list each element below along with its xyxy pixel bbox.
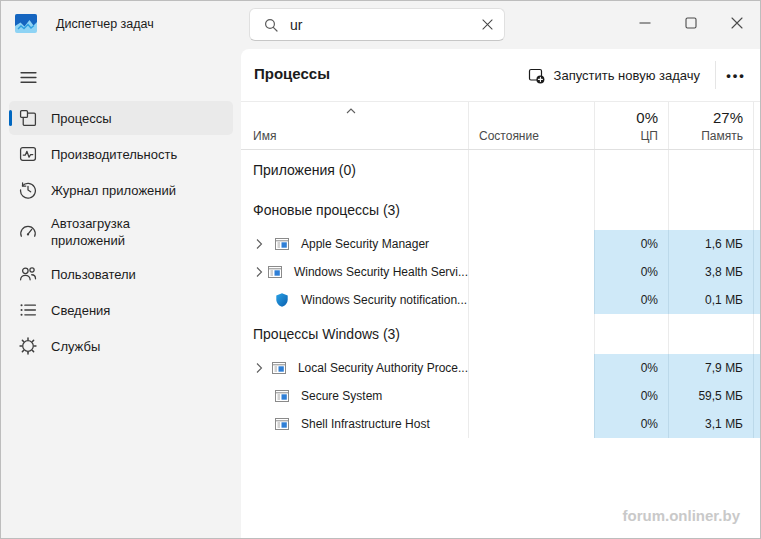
table-row[interactable]: Apple Security Manager0%1,6 МБ [241, 230, 760, 258]
cell-mem [668, 190, 753, 230]
status-cell [468, 354, 594, 382]
table-row[interactable]: Secure System0%59,5 МБ [241, 382, 760, 410]
cell-status [468, 150, 594, 190]
partial-column-cell [753, 230, 760, 258]
app-window-icon [274, 236, 290, 252]
partial-column-cell [753, 258, 760, 286]
memory-cell: 59,5 МБ [668, 382, 753, 410]
process-name-cell: Apple Security Manager [241, 230, 468, 258]
process-name: Shell Infrastructure Host [301, 417, 430, 431]
hamburger-menu-icon[interactable] [9, 61, 47, 93]
cell-status [468, 190, 594, 230]
memory-cell: 3,1 МБ [668, 410, 753, 438]
run-new-task-label: Запустить новую задачу [554, 68, 700, 83]
cpu-cell: 0% [594, 382, 668, 410]
table-row[interactable]: Local Security Authority Proce...0%7,9 М… [241, 354, 760, 382]
table-header: Имя Состояние 0% ЦП 27% Память [241, 101, 760, 150]
cpu-value: 0% [641, 417, 658, 431]
process-name: Local Security Authority Proce... [298, 361, 468, 375]
services-icon [19, 337, 37, 355]
run-new-task-button[interactable]: Запустить новую задачу [518, 59, 710, 91]
group-row[interactable]: Процессы Windows (3) [241, 314, 760, 354]
column-header-status[interactable]: Состояние [468, 102, 594, 149]
search-icon [264, 18, 278, 32]
group-row[interactable]: Фоновые процессы (3) [241, 190, 760, 230]
status-cell [468, 382, 594, 410]
sidebar-item-label: Процессы [51, 110, 112, 127]
sidebar-item-details[interactable]: Сведения [9, 293, 233, 327]
expand-chevron-icon[interactable] [255, 266, 267, 278]
search-box[interactable] [249, 8, 505, 41]
cell-sliver [753, 150, 760, 190]
processes-icon [19, 109, 37, 127]
sidebar-item-users[interactable]: Пользователи [9, 257, 233, 291]
process-name: Windows Security notification... [301, 293, 467, 307]
column-header-cpu[interactable]: 0% ЦП [594, 102, 668, 149]
status-cell [468, 286, 594, 314]
memory-value: 1,6 МБ [705, 237, 743, 251]
name-column-label: Имя [253, 129, 276, 143]
expand-chevron-icon[interactable] [255, 238, 274, 250]
status-cell [468, 258, 594, 286]
process-name-cell: Secure System [241, 382, 468, 410]
sidebar: Процессы Производительность [1, 49, 241, 538]
cpu-value: 0% [641, 237, 658, 251]
cpu-value: 0% [641, 265, 658, 279]
sidebar-item-processes[interactable]: Процессы [9, 101, 233, 135]
sidebar-item-performance[interactable]: Производительность [9, 137, 233, 171]
app-window-icon [271, 360, 287, 376]
group-row[interactable]: Приложения (0) [241, 150, 760, 190]
minimize-button[interactable] [622, 1, 668, 45]
search-input[interactable] [278, 17, 477, 33]
memory-column-label: Память [701, 129, 743, 143]
cell-cpu [594, 190, 668, 230]
cell-mem [668, 150, 753, 190]
column-header-memory[interactable]: 27% Память [668, 102, 753, 149]
column-header-name[interactable]: Имя [241, 102, 468, 149]
window-controls [622, 1, 760, 45]
task-manager-window: Диспетчер задач [0, 0, 761, 539]
status-cell [468, 410, 594, 438]
users-icon [19, 265, 37, 283]
cpu-cell: 0% [594, 410, 668, 438]
cell-sliver [753, 314, 760, 354]
cpu-total-value: 0% [636, 109, 658, 126]
group-label: Процессы Windows (3) [241, 326, 400, 342]
sidebar-nav: Процессы Производительность [1, 99, 241, 365]
page-title: Процессы [254, 65, 330, 82]
sidebar-item-services[interactable]: Службы [9, 329, 233, 363]
partial-column-cell [753, 354, 760, 382]
cpu-cell: 0% [594, 286, 668, 314]
table-row[interactable]: Windows Security notification...0%0,1 МБ [241, 286, 760, 314]
sidebar-item-app-history[interactable]: Журнал приложений [9, 173, 233, 207]
partial-column-cell [753, 382, 760, 410]
maximize-button[interactable] [668, 1, 714, 45]
watermark: forum.onliner.by [622, 507, 740, 524]
memory-cell: 7,9 МБ [668, 354, 753, 382]
memory-cell: 3,8 МБ [668, 258, 753, 286]
memory-total-value: 27% [713, 109, 743, 126]
expand-chevron-icon[interactable] [255, 362, 271, 374]
table-row[interactable]: Windows Security Health Servi...0%3,8 МБ [241, 258, 760, 286]
process-name: Windows Security Health Servi... [294, 265, 468, 279]
memory-value: 0,1 МБ [705, 293, 743, 307]
process-name: Apple Security Manager [301, 237, 429, 251]
toolbar: Процессы Запустить новую задачу ••• [241, 49, 760, 101]
column-header-partial [753, 102, 760, 149]
group-label: Фоновые процессы (3) [241, 202, 400, 218]
group-name-cell: Процессы Windows (3) [241, 314, 468, 354]
table-row[interactable]: Shell Infrastructure Host0%3,1 МБ [241, 410, 760, 438]
cell-sliver [753, 190, 760, 230]
app-history-icon [19, 181, 37, 199]
sidebar-item-startup-apps[interactable]: Автозагрузкаприложений [9, 209, 233, 255]
clear-search-icon[interactable] [477, 13, 498, 37]
new-task-icon [528, 67, 545, 84]
cell-status [468, 314, 594, 354]
cpu-cell: 0% [594, 230, 668, 258]
more-options-button[interactable]: ••• [720, 59, 752, 91]
window-title: Диспетчер задач [56, 17, 154, 31]
toolbar-divider [715, 61, 716, 89]
startup-icon [19, 223, 37, 241]
close-button[interactable] [714, 1, 760, 45]
partial-column-cell [753, 410, 760, 438]
